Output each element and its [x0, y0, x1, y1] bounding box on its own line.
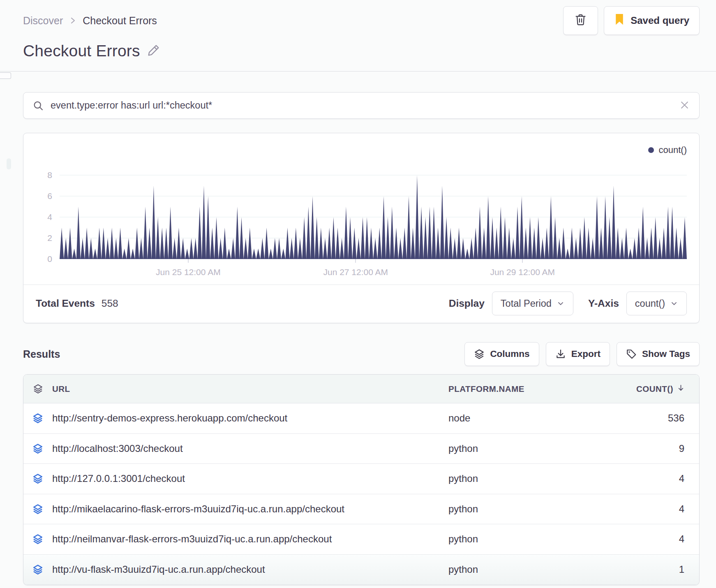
- clear-search-button[interactable]: [679, 100, 690, 112]
- results-heading: Results: [23, 348, 60, 360]
- cell-platform[interactable]: node: [448, 412, 584, 424]
- saved-query-label: Saved query: [631, 15, 689, 26]
- export-button[interactable]: Export: [546, 342, 610, 366]
- cell-count[interactable]: 4: [584, 533, 699, 545]
- edit-title-button[interactable]: [147, 44, 160, 58]
- show-tags-button[interactable]: Show Tags: [617, 342, 700, 366]
- cell-platform[interactable]: python: [448, 533, 584, 545]
- cell-url[interactable]: http://127.0.0.1:3001/checkout: [52, 473, 448, 484]
- legend-label: count(): [659, 145, 687, 155]
- table-row: http://localhost:3003/checkout python 9: [23, 434, 699, 464]
- cell-url[interactable]: http://localhost:3003/checkout: [52, 443, 448, 454]
- results-header: Results Columns Export Show Tags: [23, 342, 700, 366]
- table-row: http://neilmanvar-flask-errors-m3uuizd7i…: [23, 524, 699, 555]
- table-header-row: URL PLATFORM.NAME COUNT(): [23, 375, 699, 403]
- cell-url[interactable]: http://neilmanvar-flask-errors-m3uuizd7i…: [52, 533, 448, 545]
- chart-plot: [60, 160, 687, 259]
- chart-plot-svg: [60, 160, 687, 259]
- display-label: Display: [449, 298, 485, 309]
- chevron-right-icon: [69, 16, 76, 25]
- x-axis-tick-label: Jun 29 12:00 AM: [490, 267, 555, 277]
- column-header-count[interactable]: COUNT(): [584, 384, 699, 394]
- column-header-url[interactable]: URL: [52, 384, 448, 394]
- y-axis-tick-label: 0: [47, 254, 52, 264]
- breadcrumb-current: Checkout Errors: [83, 15, 157, 27]
- row-layers-icon[interactable]: [23, 534, 52, 544]
- row-layers-icon[interactable]: [23, 443, 52, 454]
- display-dropdown[interactable]: Total Period: [492, 292, 573, 315]
- saved-query-button[interactable]: Saved query: [604, 6, 700, 35]
- chart-panel: count() 02468 Jun 25 12:00 AMJun 27 12:0…: [23, 133, 700, 323]
- columns-button[interactable]: Columns: [464, 342, 539, 366]
- chevron-down-icon: [670, 299, 678, 308]
- breadcrumb-discover[interactable]: Discover: [23, 15, 63, 27]
- trash-icon: [574, 13, 587, 28]
- delete-query-button[interactable]: [563, 6, 598, 35]
- y-axis-label: Y-Axis: [588, 298, 619, 309]
- close-icon: [679, 100, 690, 112]
- sort-desc-icon: [677, 384, 685, 394]
- tag-icon: [626, 349, 637, 359]
- layers-icon[interactable]: [23, 384, 52, 394]
- search-bar: [23, 92, 700, 119]
- cell-url[interactable]: http://sentry-demos-express.herokuapp.co…: [52, 412, 448, 424]
- display-dropdown-value: Total Period: [501, 298, 552, 309]
- x-axis-tick-label: Jun 25 12:00 AM: [156, 267, 221, 277]
- x-axis-tick-mark: [522, 259, 523, 263]
- row-layers-icon[interactable]: [23, 413, 52, 424]
- y-axis-tick-label: 6: [47, 191, 52, 201]
- y-axis-dropdown[interactable]: count(): [626, 292, 687, 315]
- total-events-label: Total Events: [36, 298, 95, 309]
- pencil-icon: [147, 44, 160, 58]
- cell-count[interactable]: 536: [584, 412, 699, 424]
- download-icon: [555, 349, 566, 359]
- row-layers-icon[interactable]: [23, 473, 52, 484]
- y-axis-labels: 02468: [33, 160, 60, 259]
- search-icon: [32, 100, 44, 111]
- search-input[interactable]: [51, 100, 679, 111]
- row-layers-icon[interactable]: [23, 564, 52, 575]
- cell-count[interactable]: 9: [584, 443, 699, 454]
- results-table: URL PLATFORM.NAME COUNT() http://sentry-…: [23, 374, 700, 585]
- cell-url[interactable]: http://mikaelacarino-flask-errors-m3uuiz…: [52, 503, 448, 515]
- sidebar-collapse-tab[interactable]: [0, 72, 11, 79]
- column-header-platform[interactable]: PLATFORM.NAME: [448, 384, 584, 394]
- y-axis-dropdown-value: count(): [635, 298, 665, 309]
- cell-platform[interactable]: python: [448, 443, 584, 454]
- layers-icon: [474, 349, 485, 359]
- y-axis-tick-label: 2: [47, 233, 52, 243]
- cell-count[interactable]: 1: [584, 564, 699, 575]
- y-axis-tick-label: 8: [47, 170, 52, 180]
- cell-url[interactable]: http://vu-flask-m3uuizd7iq-uc.a.run.app/…: [52, 564, 448, 575]
- legend-dot: [648, 147, 654, 153]
- x-axis-tick-mark: [188, 259, 189, 263]
- total-events: Total Events 558: [36, 298, 118, 309]
- table-row: http://mikaelacarino-flask-errors-m3uuiz…: [23, 494, 699, 525]
- total-events-value: 558: [102, 298, 118, 309]
- export-button-label: Export: [571, 349, 601, 359]
- page-divider: [0, 71, 716, 72]
- count-header-label: COUNT(): [636, 384, 673, 394]
- table-row: http://127.0.0.1:3001/checkout python 4: [23, 464, 699, 494]
- cell-count[interactable]: 4: [584, 473, 699, 484]
- row-layers-icon[interactable]: [23, 504, 52, 514]
- cell-platform[interactable]: python: [448, 473, 584, 484]
- table-row: http://sentry-demos-express.herokuapp.co…: [23, 403, 699, 434]
- show-tags-button-label: Show Tags: [642, 349, 690, 359]
- y-axis-tick-label: 4: [47, 212, 52, 222]
- x-axis-tick-label: Jun 27 12:00 AM: [323, 267, 388, 277]
- chevron-down-icon: [557, 299, 565, 308]
- cell-platform[interactable]: python: [448, 564, 584, 575]
- results-table-body: http://sentry-demos-express.herokuapp.co…: [23, 403, 699, 585]
- breadcrumb: Discover Checkout Errors: [23, 15, 157, 27]
- x-axis: Jun 25 12:00 AMJun 27 12:00 AMJun 29 12:…: [60, 259, 687, 285]
- cell-count[interactable]: 4: [584, 503, 699, 515]
- legend-item-count[interactable]: count(): [33, 143, 687, 157]
- table-row: http://vu-flask-m3uuizd7iq-uc.a.run.app/…: [23, 555, 699, 585]
- title-row: Checkout Errors: [23, 42, 700, 60]
- top-header: Discover Checkout Errors: [23, 6, 700, 35]
- cell-platform[interactable]: python: [448, 503, 584, 515]
- bookmark-icon: [614, 13, 625, 28]
- x-axis-tick-mark: [355, 259, 356, 263]
- page-title: Checkout Errors: [23, 42, 140, 60]
